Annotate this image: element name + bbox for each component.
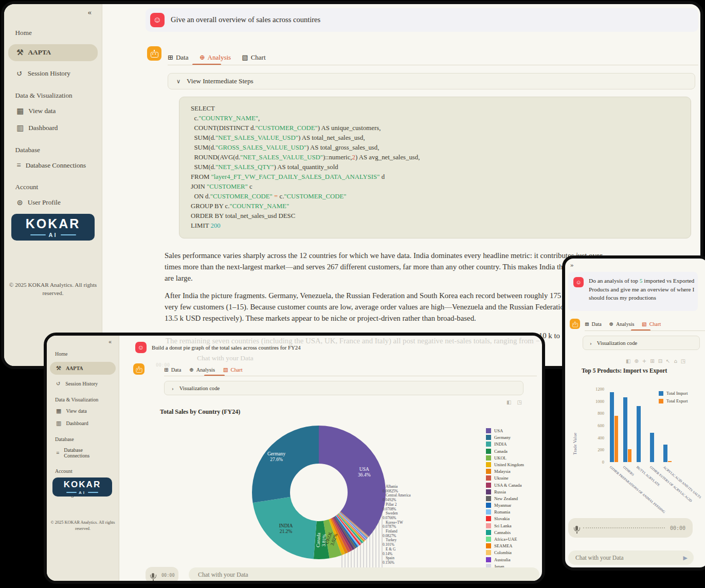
sidebar-item-session-history[interactable]: ↺Session History [8,69,98,78]
intermediate-steps-toggle[interactable]: ∨ View Intermediate Steps [168,73,695,89]
legend-label: Cannabis [494,530,511,535]
legend-item[interactable]: Myanmar [486,503,524,508]
callout-percent: 0.156% [382,561,411,565]
legend-swatch [486,496,491,501]
copyright: © 2025 KOKAR Analytics. All rightsreserv… [4,281,102,297]
import-bar[interactable] [663,445,667,462]
sidebar-item-view-data[interactable]: ▦View data [8,106,98,116]
legend-item[interactable]: USA [486,428,524,433]
sidebar-item-aapta[interactable]: ⚒AAPTA [50,362,116,375]
chart-toolbar: ◧◳ [507,399,522,405]
visualization-code-toggle[interactable]: › Visualization code [164,381,523,395]
legend-item[interactable]: Malaysia [486,469,524,474]
legend-item[interactable]: Slovakia [486,516,524,521]
sidebar-item-session-history[interactable]: ↺Session History [50,380,116,387]
send-icon[interactable]: ▶ [683,555,688,561]
legend-swatch [486,489,491,494]
zoom-in-icon[interactable]: ⊞ [650,358,654,364]
legend-item[interactable]: Russia [486,489,524,494]
tab-data[interactable]: ⊞Data [164,366,181,373]
camera-icon[interactable]: ◧ [626,358,630,364]
legend-item[interactable]: Australia [486,557,524,562]
fullscreen-icon[interactable]: ◳ [517,399,521,405]
chart-toolbar: ◧⊕+⊞⊟↖⌂◳ [626,358,685,364]
sidebar-item-label: Database Connections [64,447,110,458]
legend-label: New Zealand [494,496,518,501]
legend-item[interactable]: Romania [486,509,524,514]
donut-chart[interactable]: USA36.4%UKOL3.02%Canada3.81%INDIA21.2%Ge… [237,410,401,581]
legend-item[interactable]: INDIA [486,442,524,447]
sidebar: « Home⚒AAPTA↺Session HistoryData & Visua… [4,4,102,366]
autoscale-icon[interactable]: ↖ [666,358,670,364]
tab-analysis[interactable]: ⊕Analysis [609,321,634,327]
legend-swatch [486,442,491,447]
legend-swatch [486,483,491,488]
panel-expand-icon[interactable]: » [570,261,574,269]
import-bar[interactable] [610,392,614,462]
zoom-out-icon[interactable]: ⊟ [658,358,662,364]
legend-item[interactable]: Ukraine [486,475,524,481]
legend-item[interactable]: UKOL [486,455,524,461]
legend-item[interactable]: United Kingdom [486,462,524,467]
microphone-icon[interactable] [152,573,154,578]
sidebar-item-database-connections[interactable]: ≡Database Connections [8,161,98,170]
sidebar-item-label: AAPTA [28,48,51,57]
legend-item[interactable]: Total Export [659,399,688,403]
legend-swatch [486,428,491,433]
legend-item[interactable]: Canada [486,449,524,454]
pan-icon[interactable]: + [642,358,646,364]
sql-line: SUM(d."NET_SALES_QTY") AS total_quantity… [191,162,420,172]
sidebar-item-dashboard[interactable]: ▥Dashboard [50,420,116,427]
legend-label: Colombia [494,550,512,555]
microphone-icon[interactable] [575,526,578,530]
tab-data[interactable]: ⊞Data [168,53,188,62]
legend-item[interactable]: Cannabis [486,530,524,535]
sidebar-item-aapta[interactable]: ⚒AAPTA [8,44,98,62]
tab-analysis[interactable]: ⊕Analysis [189,366,215,373]
export-bar[interactable] [614,416,619,462]
legend-swatch [486,469,491,474]
kokar-logo: KOKAR AI [52,477,112,497]
chat-input[interactable]: Chat with your Data [189,567,539,582]
sidebar-collapse-icon[interactable]: « [109,338,112,345]
chart-icon: ▧ [223,366,228,373]
sidebar-item-view-data[interactable]: ▦View data [50,408,116,414]
fullscreen-icon[interactable]: ◳ [681,358,685,364]
legend-item[interactable]: SEAMEA [486,543,524,548]
import-bar[interactable] [623,397,627,462]
voice-record-bar[interactable]: 00:00 [568,518,693,538]
sidebar-item-database-connections[interactable]: ≡Database Connections [50,447,116,458]
aapta-icon: ⚒ [56,365,61,372]
sidebar-item-dashboard[interactable]: ▥Dashboard [8,123,98,133]
sql-line: COUNT(DISTINCT d."CUSTOMER_CODE") AS uni… [191,123,420,133]
chat-input[interactable]: Chat with your Data ▶ [568,550,694,565]
tab-chart[interactable]: ▧Chart [242,53,265,62]
export-bar[interactable] [668,461,672,462]
tab-chart[interactable]: ▧Chart [642,321,661,327]
assistant-avatar-icon [570,319,580,329]
home-icon[interactable]: ⌂ [674,358,677,364]
legend-item[interactable]: Colombia [486,550,524,555]
import-bar[interactable] [637,406,641,462]
export-bar[interactable] [628,449,632,462]
legend-item[interactable]: Sri Lanka [486,523,524,528]
legend-item[interactable]: Africa+UAE [486,537,524,542]
legend-item[interactable]: New Zealand [486,496,524,501]
camera-icon[interactable]: ◧ [507,399,511,405]
legend-item[interactable]: Germany [486,435,524,440]
sidebar-collapse-icon[interactable]: « [88,8,92,17]
bar-chart[interactable]: 020040060080010001200Trade ValueOTHER PR… [565,377,705,510]
sidebar-item-user-profile[interactable]: ⊚User Profile [8,198,98,207]
result-tabs: ⊞Data ⊕Analysis ▧Chart [168,53,266,62]
legend-item[interactable]: Total Import [659,391,688,396]
import-bar[interactable] [650,433,654,462]
tab-data[interactable]: ⊞Data [585,321,602,327]
visualization-code-toggle[interactable]: › Visualization code [583,336,700,350]
tab-analysis[interactable]: ⊕Analysis [200,53,231,62]
voice-record-bar[interactable]: 00:00 [146,567,178,583]
legend-item[interactable]: USA & Canada [486,483,524,488]
tab-chart[interactable]: ▧Chart [223,366,243,373]
bar-group [622,389,635,462]
user-question: Give an overall overview of sales across… [171,15,320,24]
zoom-icon[interactable]: ⊕ [634,358,638,364]
